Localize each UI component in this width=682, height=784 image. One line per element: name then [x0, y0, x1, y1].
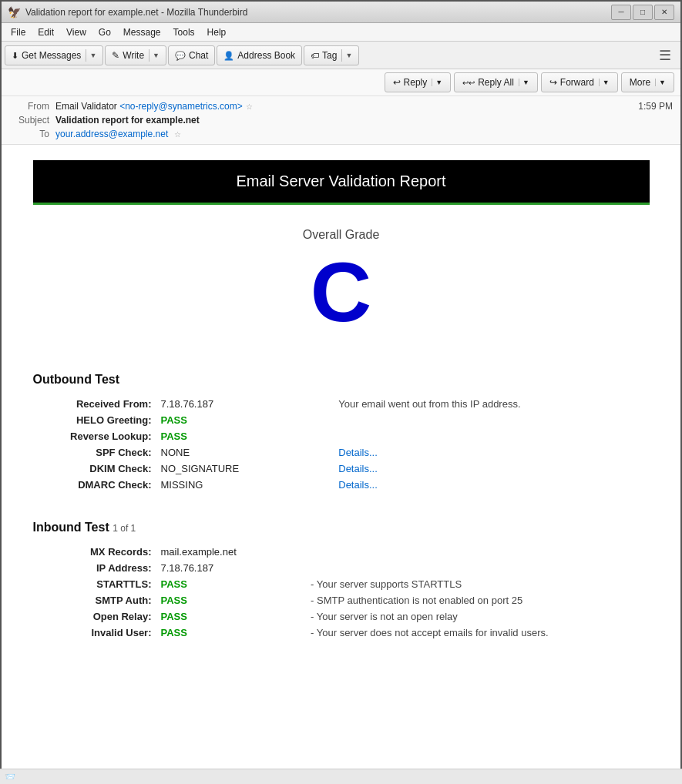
menu-help[interactable]: Help [201, 25, 233, 39]
inbound-value-3: PASS [156, 592, 307, 608]
inbound-label-3: SMTP Auth: [33, 592, 156, 608]
menu-file[interactable]: File [5, 25, 32, 39]
outbound-label-1: HELO Greeting: [33, 412, 156, 428]
inbound-value-4: PASS [156, 608, 307, 625]
menu-edit[interactable]: Edit [32, 25, 60, 39]
chat-button[interactable]: Chat [168, 45, 215, 65]
overall-grade-section: Overall Grade C [33, 205, 650, 357]
to-row: To your.address@example.net ☆ [9, 127, 673, 141]
inbound-value-5: PASS [156, 625, 307, 641]
forward-button[interactable]: Forward ▼ [541, 72, 618, 92]
outbound-row-2: Reverse Lookup: PASS [33, 428, 650, 444]
reply-all-icon [462, 77, 475, 88]
toolbar: Get Messages ▼ Write ▼ Chat Address Book… [2, 42, 680, 69]
inbound-label-1: IP Address: [33, 560, 156, 576]
inbound-row-3: SMTP Auth: PASS - SMTP authentication is… [33, 592, 650, 608]
get-messages-dropdown-arrow[interactable]: ▼ [86, 49, 96, 62]
outbound-desc-2 [334, 428, 649, 444]
message-body: Email Server Validation Report Overall G… [2, 145, 680, 784]
chat-icon [175, 50, 186, 61]
write-dropdown-arrow[interactable]: ▼ [149, 49, 160, 62]
outbound-row-5: DMARC Check: MISSING Details... [33, 477, 650, 493]
write-icon [112, 50, 119, 61]
email-header: Reply ▼ Reply All ▼ Forward ▼ More ▼ Fro… [2, 69, 680, 145]
to-value: your.address@example.net ☆ [55, 129, 181, 139]
menu-tools[interactable]: Tools [167, 25, 201, 39]
outbound-desc-1 [334, 412, 649, 428]
outbound-value-0: 7.18.76.187 [156, 396, 334, 412]
menu-message[interactable]: Message [117, 25, 167, 39]
outbound-label-2: Reverse Lookup: [33, 428, 156, 444]
menu-view[interactable]: View [60, 25, 92, 39]
email-actions-row: Reply ▼ Reply All ▼ Forward ▼ More ▼ [2, 69, 680, 96]
reply-all-dropdown-arrow[interactable]: ▼ [519, 79, 529, 86]
inbound-label-2: STARTTLS: [33, 576, 156, 592]
outbound-title: Outbound Test [33, 357, 650, 396]
status-bar: 📨 [0, 769, 682, 784]
spf-details-link[interactable]: Details... [338, 447, 378, 458]
inbound-row-0: MX Records: mail.example.net [33, 544, 650, 560]
message-body-wrapper[interactable]: Email Server Validation Report Overall G… [2, 145, 680, 784]
inbound-row-1: IP Address: 7.18.76.187 [33, 560, 650, 576]
inbound-desc-2: - Your server supports STARTTLS [306, 576, 649, 592]
forward-dropdown-arrow[interactable]: ▼ [599, 79, 610, 86]
inbound-value-1: 7.18.76.187 [156, 560, 307, 576]
from-address[interactable]: <no-reply@synametrics.com> [119, 101, 243, 112]
dmarc-details-link[interactable]: Details... [338, 479, 378, 491]
menu-go[interactable]: Go [92, 25, 117, 39]
more-button[interactable]: More ▼ [621, 72, 674, 92]
outbound-desc-0: Your email went out from this IP address… [334, 396, 649, 412]
inbound-label-0: MX Records: [33, 544, 156, 560]
minimize-button[interactable]: ─ [611, 5, 631, 20]
tag-button[interactable]: Tag ▼ [304, 45, 359, 65]
reply-dropdown-arrow[interactable]: ▼ [432, 79, 442, 86]
inbound-value-0: mail.example.net [156, 544, 307, 560]
outbound-label-0: Received From: [33, 396, 156, 412]
maximize-button[interactable]: □ [633, 5, 653, 20]
to-star[interactable]: ☆ [174, 130, 181, 139]
outbound-value-3: NONE [156, 444, 334, 461]
close-button[interactable]: ✕ [654, 5, 674, 20]
inbound-label-4: Open Relay: [33, 608, 156, 625]
get-messages-button[interactable]: Get Messages ▼ [5, 45, 103, 65]
address-book-icon [223, 50, 234, 61]
email-time: 1:59 PM [638, 101, 673, 112]
from-name: Email Validator [55, 101, 117, 112]
from-row: From Email Validator <no-reply@synametri… [9, 99, 673, 113]
get-messages-icon [12, 50, 18, 61]
outbound-test-table: Received From: 7.18.76.187 Your email we… [33, 396, 650, 493]
inbound-label-5: Invalid User: [33, 625, 156, 641]
inbound-desc-5: - Your server does not accept emails for… [306, 625, 649, 641]
outbound-label-5: DMARC Check: [33, 477, 156, 493]
reply-all-button[interactable]: Reply All ▼ [454, 72, 538, 92]
inbound-desc-1 [306, 560, 649, 576]
inbound-title: Inbound Test 1 of 1 [33, 505, 650, 544]
from-label: From [9, 101, 49, 112]
from-value: Email Validator <no-reply@synametrics.co… [55, 101, 243, 112]
inbound-subtitle: 1 of 1 [113, 523, 136, 534]
reply-button[interactable]: Reply ▼ [385, 72, 452, 92]
email-meta: From Email Validator <no-reply@synametri… [2, 96, 680, 144]
to-address[interactable]: your.address@example.net [55, 129, 168, 139]
overall-grade-label: Overall Grade [49, 228, 634, 242]
outbound-row-1: HELO Greeting: PASS [33, 412, 650, 428]
more-dropdown-arrow[interactable]: ▼ [655, 79, 666, 86]
from-star[interactable]: ☆ [246, 102, 253, 111]
inbound-test-table: MX Records: mail.example.net IP Address:… [33, 544, 650, 641]
outbound-value-2: PASS [156, 428, 334, 444]
outbound-desc-3: Details... [334, 444, 649, 461]
report-header: Email Server Validation Report [33, 160, 650, 205]
tag-dropdown-arrow[interactable]: ▼ [341, 49, 352, 62]
address-book-button[interactable]: Address Book [217, 45, 302, 65]
dkim-details-link[interactable]: Details... [338, 463, 378, 474]
forward-icon [549, 77, 557, 88]
write-button[interactable]: Write ▼ [105, 45, 166, 65]
toolbar-overflow-button[interactable]: ☰ [653, 45, 677, 66]
window-title: Validation report for example.net - Mozi… [25, 7, 247, 18]
outbound-value-4: NO_SIGNATURE [156, 461, 334, 477]
subject-label: Subject [9, 115, 49, 126]
outbound-label-4: DKIM Check: [33, 461, 156, 477]
inbound-row-4: Open Relay: PASS - Your server is not an… [33, 608, 650, 625]
status-icon: 📨 [5, 772, 15, 782]
to-label: To [9, 129, 49, 139]
